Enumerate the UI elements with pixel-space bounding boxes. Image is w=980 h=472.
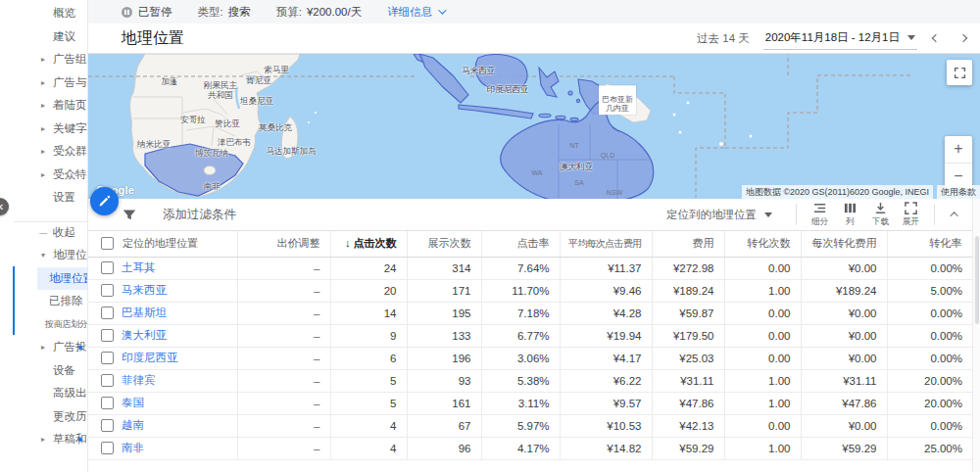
toolbar-action-button[interactable]: 列 — [837, 201, 863, 228]
sidebar-item[interactable]: 高级出价调整 — [0, 382, 87, 405]
zoom-in-button[interactable]: + — [945, 136, 972, 164]
table-row: 越南 – 4 67 5.97% ¥10.53 ¥42.13 0.00 ¥0.00… — [88, 414, 972, 437]
campaign-budget: 预算: ¥200.00/天 — [276, 5, 362, 20]
location-link[interactable]: 南非 — [118, 437, 237, 459]
sidebar-item[interactable]: 已排除 — [37, 290, 87, 313]
sidebar-item-label: 广告组 — [53, 52, 87, 67]
sidebar-item[interactable]: 地理位置 — [37, 267, 87, 291]
table-row: 泰国 – 5 161 3.11% ¥9.57 ¥47.86 1.00 ¥47.8… — [88, 392, 972, 414]
sidebar-item-label: 受众特征 — [53, 167, 87, 182]
column-header[interactable]: 定位的地理位置 — [118, 231, 237, 257]
column-header[interactable]: 费用 — [652, 231, 724, 257]
details-dropdown[interactable]: 详细信息 — [387, 5, 444, 20]
app-window: 概览 建议 ▸ 广告组 ▸ 广告与附加信息 ▸ — [0, 0, 980, 472]
ctr-cell: 11.70% — [481, 279, 560, 302]
sidebar-item[interactable]: 更改历史记录 — [0, 405, 87, 429]
sidebar-item[interactable]: ▸ 受众特征 — [0, 164, 87, 187]
select-all-checkbox[interactable] — [101, 237, 114, 250]
main-content: 已暂停 类型: 搜索 预算: ¥200.00/天 详细信息 地理位置 过去 14… — [88, 0, 980, 472]
sidebar-item[interactable]: 设备 — [0, 359, 87, 383]
previous-period-icon[interactable] — [932, 34, 940, 42]
expand-arrow-icon: ▸ — [37, 78, 49, 87]
date-range-picker: 过去 14 天 2020年11月18日 - 12月1日 — [697, 27, 966, 50]
sidebar-item[interactable]: 按商店划分的报告 — [37, 313, 87, 337]
location-link[interactable]: 巴基斯坦 — [118, 302, 237, 324]
row-checkbox[interactable] — [101, 419, 114, 432]
sidebar-item[interactable]: 概览 — [0, 2, 87, 25]
sidebar-item[interactable]: ▸ 广告组 — [0, 48, 87, 71]
vertical-scrollbar[interactable] — [972, 199, 980, 472]
column-header[interactable]: 转化率 — [887, 231, 972, 257]
column-header[interactable]: ↓点击次数 — [330, 231, 407, 257]
sidebar-item[interactable]: ▸ 草稿和实验 — [0, 428, 87, 451]
impressions-cell: 96 — [407, 437, 481, 459]
location-link[interactable]: 越南 — [118, 414, 237, 437]
sidebar-item-label: 按商店划分的报告 — [45, 318, 87, 331]
location-link[interactable]: 泰国 — [118, 392, 237, 414]
expand-arrow-icon: ▸ — [37, 343, 49, 352]
collapse-table-icon[interactable] — [950, 212, 957, 219]
avg-cpc-cell: ¥4.17 — [560, 347, 652, 369]
row-checkbox[interactable] — [101, 307, 114, 319]
conversions-cell: 1.00 — [724, 437, 801, 459]
sidebar-item[interactable]: — 收起 — [14, 221, 87, 245]
sidebar-item[interactable]: ▸ 广告投放时间 — [0, 336, 87, 359]
sidebar-item[interactable]: ▸ 着陆页 — [0, 94, 87, 118]
location-link[interactable]: 菲律宾 — [118, 369, 237, 392]
add-filter-button[interactable]: 添加过滤条件 — [163, 207, 236, 223]
date-range-dropdown[interactable]: 2020年11月18日 - 12月1日 — [763, 27, 917, 50]
row-checkbox[interactable] — [101, 397, 114, 409]
location-link[interactable]: 印度尼西亚 — [118, 347, 237, 369]
column-header[interactable]: 平均每次点击费用 — [560, 231, 652, 257]
row-checkbox[interactable] — [101, 442, 114, 454]
ctr-cell: 7.18% — [481, 302, 560, 324]
column-header[interactable]: 每次转化费用 — [801, 231, 887, 257]
conversions-cell: 0.00 — [724, 257, 801, 279]
table-row: 巴基斯坦 – 14 195 7.18% ¥4.28 ¥59.87 0.00 ¥0… — [88, 302, 972, 324]
toolbar-action-button[interactable]: 展开 — [898, 201, 924, 228]
sidebar-item[interactable]: 建议 — [0, 25, 87, 49]
column-header[interactable]: 点击率 — [481, 231, 560, 257]
column-header[interactable]: 展示次数 — [407, 231, 481, 257]
row-checkbox[interactable] — [101, 261, 114, 274]
segment-icon — [812, 201, 827, 215]
toolbar-action-button[interactable]: 下载 — [867, 201, 894, 228]
cost-cell: ¥179.50 — [652, 324, 724, 347]
row-checkbox[interactable] — [101, 352, 114, 364]
sidebar-item[interactable]: ▸ 关键字 — [0, 118, 87, 141]
row-checkbox[interactable] — [101, 329, 114, 342]
scrollbar-thumb[interactable] — [975, 236, 979, 324]
paused-status-icon — [122, 7, 132, 18]
sidebar-item[interactable]: ▸ 受众群体 — [0, 140, 87, 164]
expand-arrow-icon: — — [37, 228, 49, 237]
columns-icon — [843, 201, 858, 215]
geo-map-canvas[interactable]: 加蓬 刚果民主 共和国 索马里 肯尼亚 坦桑尼亚 — [88, 54, 980, 199]
clicks-cell: 14 — [330, 302, 407, 324]
table-row: 土耳其 – 24 314 7.64% ¥11.37 ¥272.98 0.00 ¥… — [88, 257, 972, 279]
sidebar-item[interactable]: 设置 — [0, 186, 87, 210]
location-link[interactable]: 澳大利亚 — [118, 324, 237, 347]
sidebar-item-label: 受众群体 — [53, 144, 87, 159]
terms-of-use-link[interactable]: 使用条款 — [937, 185, 980, 199]
row-checkbox[interactable] — [101, 284, 114, 297]
conversion-rate-cell: 0.00% — [887, 257, 972, 279]
location-link[interactable]: 马来西亚 — [118, 279, 237, 302]
location-link[interactable]: 土耳其 — [118, 257, 237, 279]
location-view-dropdown[interactable]: 定位到的地理位置 — [666, 208, 772, 222]
filter-icon[interactable] — [122, 207, 137, 222]
date-range-text: 2020年11月18日 - 12月1日 — [765, 30, 900, 45]
world-map — [88, 54, 980, 199]
row-checkbox[interactable] — [101, 374, 114, 387]
sidebar-item[interactable]: ▸ 广告与附加信息 — [0, 71, 87, 95]
avg-cpc-cell: ¥4.28 — [560, 302, 652, 324]
map-fullscreen-button[interactable] — [947, 60, 972, 85]
cost-per-conversion-cell: ¥0.00 — [801, 324, 887, 347]
next-period-icon[interactable] — [959, 34, 967, 42]
toolbar-action-button[interactable]: 细分 — [807, 201, 833, 228]
expand-arrow-icon: ▸ — [37, 55, 49, 64]
column-header[interactable]: 出价调整 — [237, 231, 330, 257]
sidebar-item[interactable]: ▾ 地理位置 — [0, 244, 87, 267]
column-header[interactable]: 转化次数 — [724, 231, 801, 257]
edit-locations-button[interactable] — [90, 187, 119, 215]
cost-cell: ¥42.13 — [652, 414, 724, 437]
